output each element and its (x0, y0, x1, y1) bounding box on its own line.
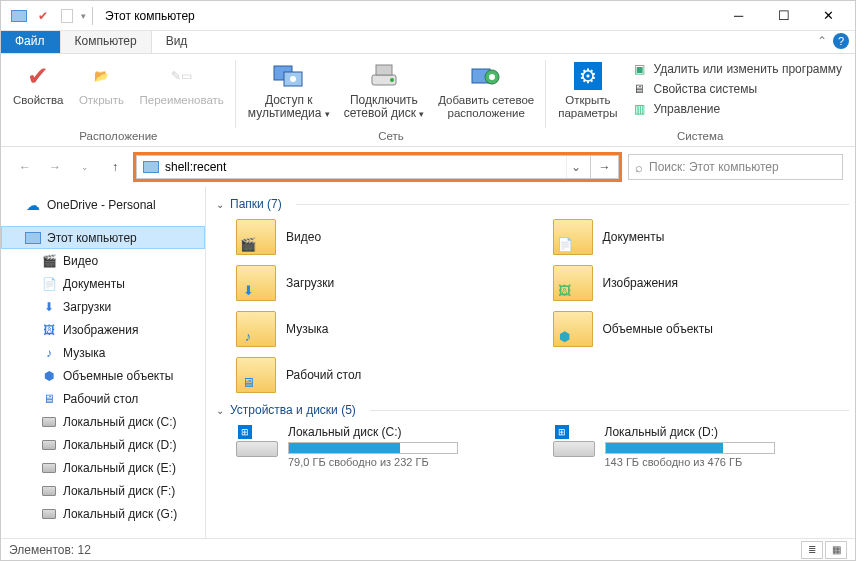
properties-icon: ✔ (22, 60, 54, 92)
view-details-button[interactable]: ≣ (801, 541, 823, 559)
window-title: Этот компьютер (105, 9, 195, 23)
disk-icon (41, 506, 57, 522)
ribbon-open: 📂 Открыть (74, 58, 130, 109)
qat-newfolder-icon[interactable] (57, 6, 77, 26)
minimize-button[interactable]: ─ (716, 1, 761, 30)
address-bar[interactable]: ⌄ → (133, 152, 622, 182)
qat-properties-icon[interactable]: ✔ (33, 6, 53, 26)
folder-icon: 📄 (41, 276, 57, 292)
folder-item[interactable]: 🖼Изображения (553, 265, 850, 301)
nav-forward: → (43, 155, 67, 179)
rename-icon: ✎▭ (166, 60, 198, 92)
folder-icon: 📄 (553, 219, 593, 255)
ribbon-manage[interactable]: ▥ Управление (627, 100, 846, 118)
ribbon-uninstall[interactable]: ▣ Удалить или изменить программу (627, 60, 846, 78)
folder-icon: 🖼 (41, 322, 57, 338)
chevron-down-icon: ⌄ (216, 199, 224, 210)
open-icon: 📂 (86, 60, 118, 92)
tab-view[interactable]: Вид (152, 31, 203, 53)
folder-item[interactable]: 📄Документы (553, 219, 850, 255)
tree-thispc[interactable]: Этот компьютер (1, 226, 205, 249)
help-icon[interactable]: ? (833, 33, 849, 49)
disk-icon (41, 483, 57, 499)
section-folders[interactable]: ⌄ Папки (7) (216, 197, 849, 211)
ribbon-rename: ✎▭ Переименовать (136, 58, 228, 109)
tree-item[interactable]: 🎬Видео (17, 249, 205, 272)
disk-icon (41, 460, 57, 476)
svg-rect-4 (376, 65, 392, 75)
ribbon-group-location: Расположение (9, 130, 228, 144)
ribbon-media[interactable]: Доступ к мультимедиа ▾ (244, 58, 334, 123)
tree-item[interactable]: Локальный диск (E:) (17, 456, 205, 479)
manage-icon: ▥ (631, 101, 647, 117)
tree-item[interactable]: ♪Музыка (17, 341, 205, 364)
collapse-ribbon-icon[interactable]: ⌃ (817, 34, 827, 48)
media-icon (273, 60, 305, 92)
tree-item[interactable]: 📄Документы (17, 272, 205, 295)
address-pc-icon (143, 161, 159, 173)
close-button[interactable]: ✕ (806, 1, 851, 30)
search-icon: ⌕ (635, 160, 643, 175)
tree-item[interactable]: 🖼Изображения (17, 318, 205, 341)
ribbon-properties[interactable]: ✔ Свойства (9, 58, 68, 109)
address-input[interactable] (165, 160, 560, 174)
drive-icon: ⊞ (553, 425, 595, 457)
folder-icon: ⬇ (236, 265, 276, 301)
ribbon-mapdrive[interactable]: Подключить сетевой диск ▾ (340, 58, 428, 123)
tree-item[interactable]: 🖥Рабочий стол (17, 387, 205, 410)
settings-icon: ⚙ (572, 60, 604, 92)
view-icons-button[interactable]: ▦ (825, 541, 847, 559)
ribbon-addloc[interactable]: Добавить сетевое расположение (434, 58, 538, 122)
folder-item[interactable]: ♪Музыка (236, 311, 533, 347)
address-dropdown[interactable]: ⌄ (566, 156, 584, 178)
navigation-pane[interactable]: ☁ OneDrive - Personal Этот компьютер 🎬Ви… (1, 187, 206, 538)
drive-icon: ⊞ (236, 425, 278, 457)
nav-up[interactable]: ↑ (103, 155, 127, 179)
ribbon-group-system: Система (554, 130, 846, 144)
drive-item[interactable]: ⊞ Локальный диск (D:) 143 ГБ свободно из… (553, 425, 850, 468)
svg-point-5 (390, 78, 394, 82)
folder-icon: 🎬 (41, 253, 57, 269)
folder-item[interactable]: ⬢Объемные объекты (553, 311, 850, 347)
sysprops-icon: 🖥 (631, 81, 647, 97)
tab-computer[interactable]: Компьютер (60, 31, 152, 53)
uninstall-icon: ▣ (631, 61, 647, 77)
tree-item[interactable]: Локальный диск (D:) (17, 433, 205, 456)
folder-item[interactable]: 🎬Видео (236, 219, 533, 255)
tab-file[interactable]: Файл (1, 31, 60, 53)
content-pane[interactable]: ⌄ Папки (7) 🎬Видео📄Документы⬇Загрузки🖼Из… (206, 187, 855, 538)
nav-back: ← (13, 155, 37, 179)
drive-capacity-bar (605, 442, 775, 454)
chevron-down-icon: ⌄ (216, 405, 224, 416)
address-go-button[interactable]: → (591, 155, 619, 179)
svg-point-8 (489, 74, 495, 80)
tree-item[interactable]: Локальный диск (F:) (17, 479, 205, 502)
tree-onedrive[interactable]: ☁ OneDrive - Personal (1, 193, 205, 216)
tree-item[interactable]: ⬇Загрузки (17, 295, 205, 318)
drive-item[interactable]: ⊞ Локальный диск (C:) 79,0 ГБ свободно и… (236, 425, 533, 468)
svg-point-2 (290, 76, 296, 82)
folder-icon: 🖥 (41, 391, 57, 407)
folder-icon: ♪ (236, 311, 276, 347)
search-placeholder: Поиск: Этот компьютер (649, 160, 779, 174)
folder-icon: ♪ (41, 345, 57, 361)
tree-item[interactable]: Локальный диск (G:) (17, 502, 205, 525)
maximize-button[interactable]: ☐ (761, 1, 806, 30)
addloc-icon (470, 60, 502, 92)
drive-capacity-bar (288, 442, 458, 454)
tree-item[interactable]: Локальный диск (C:) (17, 410, 205, 433)
folder-item[interactable]: ⬇Загрузки (236, 265, 533, 301)
tree-item[interactable]: ⬢Объемные объекты (17, 364, 205, 387)
section-drives[interactable]: ⌄ Устройства и диски (5) (216, 403, 849, 417)
folder-icon: 🖥 (236, 357, 276, 393)
nav-recent-dropdown[interactable]: ⌄ (73, 155, 97, 179)
disk-icon (41, 437, 57, 453)
qat-pc-icon (9, 6, 29, 26)
ribbon-group-network: Сеть (244, 130, 538, 144)
folder-item[interactable]: 🖥Рабочий стол (236, 357, 533, 393)
ribbon-opensettings[interactable]: ⚙ Открыть параметры (554, 58, 621, 122)
status-text: Элементов: 12 (9, 543, 91, 557)
search-box[interactable]: ⌕ Поиск: Этот компьютер (628, 154, 843, 180)
ribbon-sysprops[interactable]: 🖥 Свойства системы (627, 80, 846, 98)
folder-icon: ⬢ (41, 368, 57, 384)
